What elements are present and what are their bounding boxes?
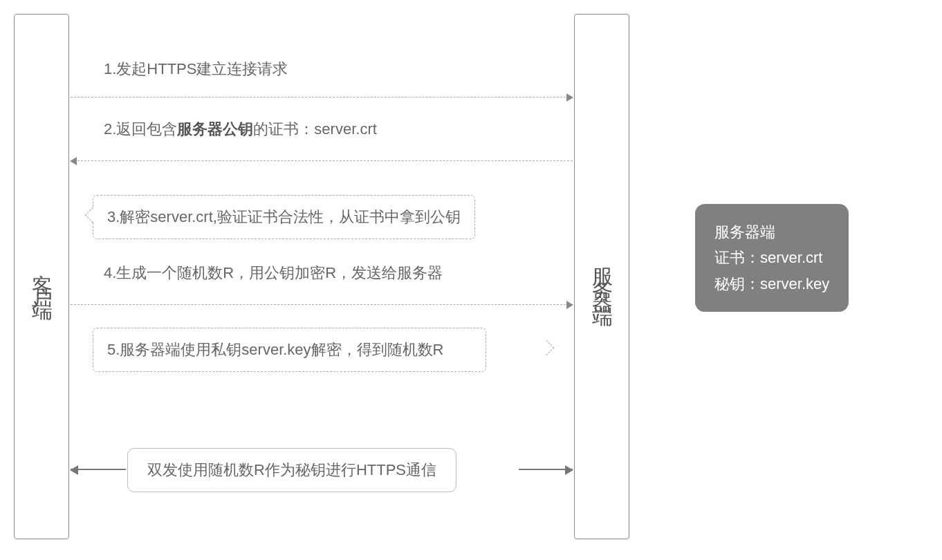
client-label: 客户端	[28, 258, 56, 295]
server-lifeline: 服务器端	[574, 14, 629, 539]
step1-label: 1.发起HTTPS建立连接请求	[104, 59, 288, 80]
step2-prefix: 2.返回包含	[104, 120, 177, 138]
step3-text: 3.解密server.crt,验证证书合法性，从证书中拿到公钥	[107, 208, 461, 225]
final-arrow-right	[519, 469, 573, 470]
server-label: 服务器端	[588, 252, 616, 301]
step5-note: 5.服务器端使用私钥server.key解密，得到随机数R	[93, 328, 486, 372]
final-note: 双发使用随机数R作为秘钥进行HTTPS通信	[127, 448, 456, 492]
final-text: 双发使用随机数R作为秘钥进行HTTPS通信	[147, 461, 436, 478]
final-arrow-left	[71, 469, 126, 470]
step1-arrow	[71, 97, 573, 97]
step2-arrow	[71, 160, 573, 161]
step5-text: 5.服务器端使用私钥server.key解密，得到随机数R	[107, 341, 444, 358]
info-cert: 证书：server.crt	[714, 245, 829, 270]
client-lifeline: 客户端	[14, 14, 69, 539]
server-info-card: 服务器端 证书：server.crt 秘钥：server.key	[695, 204, 849, 312]
info-title: 服务器端	[714, 219, 829, 245]
step2-label: 2.返回包含服务器公钥的证书：server.crt	[104, 119, 377, 140]
step4-arrow	[71, 304, 573, 305]
step4-label: 4.生成一个随机数R，用公钥加密R，发送给服务器	[104, 263, 443, 283]
step2-bold: 服务器公钥	[177, 120, 253, 138]
step3-note: 3.解密server.crt,验证证书合法性，从证书中拿到公钥	[93, 195, 475, 239]
step5-pointer	[539, 340, 555, 356]
step2-suffix: 的证书：server.crt	[253, 120, 376, 138]
info-key: 秘钥：server.key	[714, 271, 829, 297]
